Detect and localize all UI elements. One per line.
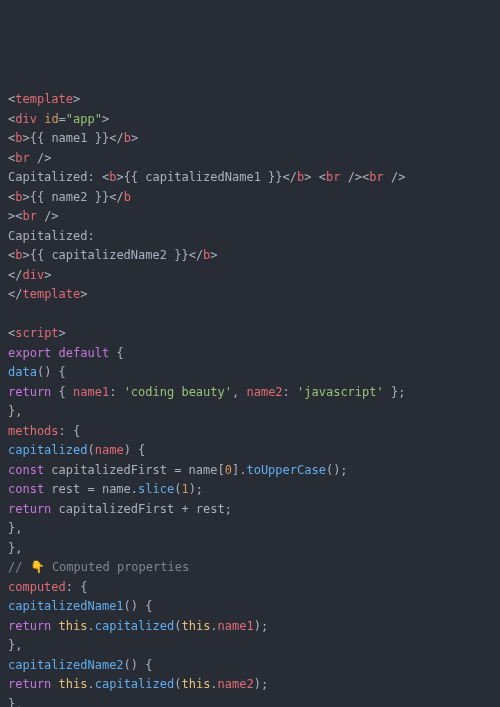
code-token: }, [8,541,22,555]
code-line: return this.capitalized(this.name1); [8,617,492,637]
code-token: (); [326,463,348,477]
code-token: capitalizedFirst = name[ [44,463,225,477]
code-token: template [22,287,80,301]
code-token: name2 [246,385,282,399]
code-line: <script> [8,324,492,344]
code-token: > [44,268,51,282]
code-token: return [8,677,51,691]
code-token: capitalized [8,443,87,457]
code-token: . [210,677,217,691]
code-token: // 👇 Computed properties [8,560,189,574]
code-token: ); [254,619,268,633]
code-token: {{ name1 }} [30,131,109,145]
code-token: . [210,619,217,633]
code-line: <b>{{ name2 }}</b [8,188,492,208]
code-token [51,619,58,633]
code-token: slice [138,482,174,496]
code-line: }, [8,402,492,422]
code-line: </template> [8,285,492,305]
code-line: <div id="app"> [8,110,492,130]
code-token: capitalizedName2 [8,658,124,672]
code-token: > [131,131,138,145]
code-token: template [15,92,73,106]
code-token: }, [8,404,22,418]
code-token: div [22,268,44,282]
code-line: return this.capitalized(this.name2); [8,675,492,695]
code-token: > [80,287,87,301]
code-token: }; [384,385,406,399]
code-line: computed: { [8,578,492,598]
code-token: ]. [232,463,246,477]
code-token: </ [283,170,297,184]
code-token: () { [124,599,153,613]
code-token: () { [124,658,153,672]
code-token: > [22,131,29,145]
code-token: this [181,619,210,633]
code-line: <br /> [8,149,492,169]
code-line: export default { [8,344,492,364]
code-token: br [369,170,383,184]
code-token: name1 [73,385,109,399]
code-token: return [8,619,51,633]
code-token: : [283,385,297,399]
code-token: ); [254,677,268,691]
code-token: const [8,463,44,477]
code-token: this [59,619,88,633]
code-token: 'javascript' [297,385,384,399]
code-token: return [8,385,51,399]
code-block: <template><div id="app"><b>{{ name1 }}</… [8,90,492,707]
code-token: {{ capitalizedName2 }} [30,248,189,262]
code-token: br [326,170,340,184]
code-line: ><br /> [8,207,492,227]
code-line: methods: { [8,422,492,442]
code-line: }, [8,539,492,559]
code-token: : [109,385,123,399]
code-token: . [88,677,95,691]
code-line: <b>{{ name1 }}</b> [8,129,492,149]
code-line: }, [8,519,492,539]
code-token: < [319,170,326,184]
code-token: > [22,248,29,262]
code-line: const rest = name.slice(1); [8,480,492,500]
code-line: return { name1: 'coding beauty', name2: … [8,383,492,403]
code-line: </div> [8,266,492,286]
code-token: /> [384,170,406,184]
code-token: > [59,326,66,340]
code-line: Capitalized: <b>{{ capitalizedName1 }}</… [8,168,492,188]
code-token: 1 [181,482,188,496]
code-token: }, [8,697,22,708]
code-token: capitalizedFirst + rest; [51,502,232,516]
code-token [51,677,58,691]
code-line: return capitalizedFirst + rest; [8,500,492,520]
code-token: const [8,482,44,496]
code-token: this [59,677,88,691]
code-token: }, [8,521,22,535]
code-line: }, [8,695,492,708]
code-line: }, [8,636,492,656]
code-token: /> [37,209,59,223]
code-token: () { [37,365,66,379]
code-token: }, [8,638,22,652]
code-token: > [116,170,123,184]
code-token: br [22,209,36,223]
code-token: name1 [218,619,254,633]
code-token: rest = name. [44,482,138,496]
code-token [312,170,319,184]
code-token: br [15,151,29,165]
code-line: capitalizedName2() { [8,656,492,676]
code-token: methods [8,424,59,438]
code-token: {{ name2 }} [30,190,109,204]
code-token: Capitalized: [8,229,95,243]
code-token: </ [189,248,203,262]
code-token: > [102,112,109,126]
code-token: ( [87,443,94,457]
code-token: . [88,619,95,633]
code-token: </ [109,131,123,145]
code-line: data() { [8,363,492,383]
code-token [51,346,58,360]
code-token: return [8,502,51,516]
code-token: default [59,346,110,360]
code-token: 0 [225,463,232,477]
code-token: </ [109,190,123,204]
code-token: script [15,326,58,340]
